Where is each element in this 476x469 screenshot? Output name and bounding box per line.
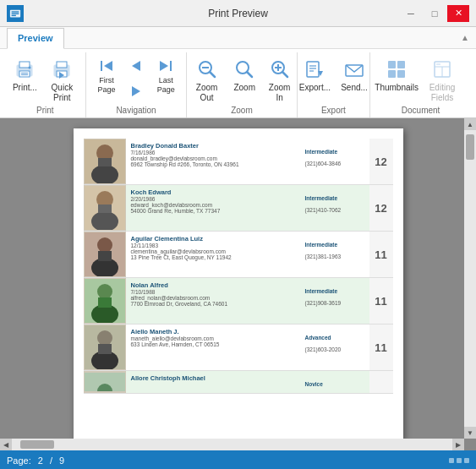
print-label: Print... — [13, 83, 37, 93]
person-dob-4: 7/10/1988 — [131, 289, 297, 295]
person-phone-3: (321)381-1963 — [305, 254, 366, 259]
last-page-icon — [156, 56, 176, 76]
person-addr-3: 13 Pine Tree Ct, East Quogue, NY 11942 — [131, 254, 297, 260]
svg-marker-15 — [104, 61, 112, 71]
export-buttons: Export... Send... — [296, 52, 371, 106]
zoom-in-icon — [266, 56, 293, 83]
person-level-1: Intermediate (321)604-3846 — [302, 139, 369, 184]
print-button[interactable]: Print... — [9, 54, 40, 95]
svg-point-60 — [97, 330, 112, 346]
ribbon-collapse-button[interactable]: ▲ — [461, 33, 469, 42]
person-info-1: Bradley Donald Baxter 7/16/1986 donald_b… — [126, 139, 302, 184]
scroll-thumb-h[interactable] — [20, 440, 54, 449]
svg-rect-38 — [397, 70, 405, 78]
person-phone-4: (321)908-3619 — [305, 300, 366, 306]
title-bar-left — [7, 5, 24, 22]
last-page-button[interactable]: Last Page — [152, 54, 179, 96]
person-level-6: Novice — [302, 371, 369, 393]
document-buttons: Thumbnails Editing Fields — [377, 52, 465, 106]
scroll-thumb-v[interactable] — [466, 134, 474, 160]
thumbnails-button[interactable]: Thumbnails — [377, 54, 417, 95]
status-bar: Page: 2 / 9 — [0, 450, 476, 469]
next-page-button[interactable] — [123, 79, 149, 103]
scroll-left-button[interactable]: ◀ — [0, 439, 12, 450]
nav-buttons: First Page — [93, 52, 180, 106]
next-page-icon — [126, 81, 146, 101]
person-name-5: Aiello Maneth J. — [131, 328, 297, 335]
svg-rect-6 — [19, 71, 30, 77]
person-level-5: Advanced (321)603-2020 — [302, 324, 369, 370]
person-name-3: Aguilar Clementina Luiz — [131, 235, 297, 243]
send-button[interactable]: Send... — [337, 54, 371, 95]
vertical-scrollbar[interactable]: ▲ ▼ — [464, 118, 476, 439]
ribbon: Print... Quick Print Print — [0, 49, 476, 118]
person-photo-2 — [84, 185, 126, 231]
person-email-4: alfred_nolan@devlabsroom.com — [131, 295, 297, 301]
editing-fields-label: Editing Fields — [424, 83, 462, 103]
app-icon — [7, 5, 24, 22]
page-preview: Bradley Donald Baxter 7/16/1986 donald_b… — [74, 128, 403, 440]
quick-print-icon — [48, 56, 75, 83]
svg-rect-46 — [98, 158, 112, 166]
status-dot-1 — [449, 458, 454, 463]
document-group-label: Document — [402, 106, 440, 117]
person-phone-2: (321)410-7062 — [305, 207, 366, 213]
svg-rect-50 — [98, 205, 112, 213]
send-icon — [341, 56, 368, 83]
ribbon-group-document: Thumbnails Editing Fields Document — [370, 52, 471, 117]
minimize-button[interactable]: ─ — [400, 5, 422, 22]
page-label: Page: — [7, 455, 31, 466]
quick-print-button[interactable]: Quick Print — [43, 54, 80, 105]
table-row: Aiello Maneth J. maneth_aiello@devlabsro… — [84, 324, 393, 371]
svg-point-56 — [97, 284, 112, 299]
svg-rect-3 — [12, 14, 16, 15]
svg-rect-1 — [12, 11, 19, 12]
table-row: Aguilar Clementina Luiz 12/11/1983 cleme… — [84, 232, 393, 278]
print-group-label: Print — [36, 106, 54, 117]
zoom-in-button[interactable]: Zoom In — [263, 54, 296, 105]
export-icon — [301, 56, 328, 83]
scroll-right-button[interactable]: ▶ — [452, 439, 464, 450]
svg-rect-36 — [397, 61, 405, 68]
scroll-track-h — [12, 439, 452, 450]
zoom-out-button[interactable]: Zoom Out — [188, 54, 226, 105]
ribbon-group-navigation: First Page — [86, 52, 188, 117]
horizontal-scrollbar[interactable]: ◀ ▶ — [0, 439, 464, 450]
person-photo-1 — [84, 139, 126, 184]
svg-rect-37 — [388, 70, 396, 78]
svg-rect-54 — [98, 251, 112, 261]
tab-preview[interactable]: Preview — [7, 28, 64, 49]
svg-point-52 — [97, 237, 112, 253]
person-score-2: 12 — [369, 185, 393, 231]
thumbnails-label: Thumbnails — [375, 83, 419, 93]
svg-marker-16 — [132, 61, 140, 71]
person-email-2: edward_koch@devlabsroom.com — [131, 202, 297, 208]
print-buttons: Print... Quick Print — [9, 52, 80, 106]
zoom-out-icon — [194, 56, 221, 83]
export-label: Export... — [299, 83, 331, 93]
scroll-up-button[interactable]: ▲ — [464, 118, 476, 130]
person-score-5: 11 — [369, 324, 393, 370]
first-page-button[interactable]: First Page — [93, 54, 120, 96]
first-page-icon — [96, 56, 117, 76]
person-info-6: Allore Christoph Michael — [126, 371, 302, 393]
prev-page-button[interactable] — [123, 54, 149, 78]
table-row: Koch Edward 2/20/1986 edward_koch@devlab… — [84, 185, 393, 232]
table-row: Bradley Donald Baxter 7/16/1986 donald_b… — [84, 139, 393, 185]
person-phone-1: (321)604-3846 — [305, 161, 366, 166]
editing-fields-button[interactable]: Editing Fields — [420, 54, 465, 105]
person-info-3: Aguilar Clementina Luiz 12/11/1983 cleme… — [126, 232, 302, 277]
zoom-in-label: Zoom In — [266, 83, 293, 103]
close-button[interactable]: ✕ — [447, 5, 469, 22]
svg-rect-35 — [388, 61, 396, 68]
zoom-button[interactable]: Zoom — [229, 54, 260, 95]
scroll-track-v — [464, 130, 476, 427]
current-page: 2 — [38, 455, 43, 466]
send-label: Send... — [341, 83, 368, 93]
person-level-3: Intermediate (321)381-1963 — [302, 232, 369, 277]
export-button[interactable]: Export... — [296, 54, 334, 95]
scroll-down-button[interactable]: ▼ — [464, 427, 476, 439]
person-info-2: Koch Edward 2/20/1986 edward_koch@devlab… — [126, 185, 302, 231]
person-addr-4: 7700 Elmroad Dr, Groveland, CA 74601 — [131, 301, 297, 307]
maximize-button[interactable]: □ — [424, 5, 446, 22]
